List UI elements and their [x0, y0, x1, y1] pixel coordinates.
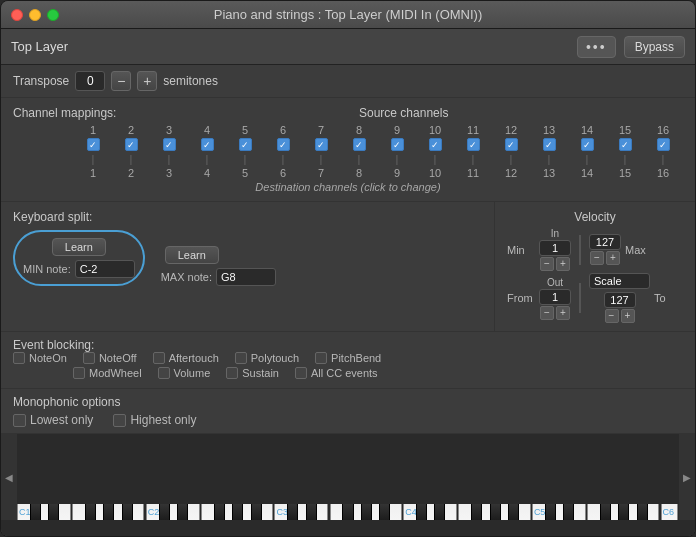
vel-in-min-minus[interactable]: −: [540, 257, 554, 271]
dest-ch-num-6: 6: [264, 167, 302, 179]
transpose-plus-button[interactable]: +: [137, 71, 157, 91]
vel-in-min-plus[interactable]: +: [556, 257, 570, 271]
keyboard-scroll-right-button[interactable]: ▶: [679, 434, 695, 520]
vel-out-to-plus[interactable]: +: [621, 309, 635, 323]
ch-cb-7[interactable]: [302, 138, 340, 151]
ch-cb-11[interactable]: [454, 138, 492, 151]
velocity-scale-select[interactable]: ScaleFixedCompress: [589, 273, 650, 289]
noteon-checkbox[interactable]: [13, 352, 25, 364]
ch-cb-14[interactable]: [568, 138, 606, 151]
dest-ch-num-9: 9: [378, 167, 416, 179]
black-key-15[interactable]: [416, 504, 427, 520]
pitchbend-checkbox[interactable]: [315, 352, 327, 364]
ch-cb-16[interactable]: [644, 138, 682, 151]
black-key-20[interactable]: [545, 504, 556, 520]
split-velocity-section: Keyboard split: Learn MIN note: C-2D-2C0…: [1, 202, 695, 332]
ch-cb-6[interactable]: [264, 138, 302, 151]
keyboard-wrapper: C1C2C3C4C5C6: [17, 434, 679, 520]
close-button[interactable]: [11, 9, 23, 21]
ch-num-15: 15: [606, 124, 644, 136]
ch-cb-2[interactable]: [112, 138, 150, 151]
line-6: |: [264, 153, 302, 165]
black-key-16[interactable]: [434, 504, 445, 520]
vel-out-from-plus[interactable]: +: [556, 306, 570, 320]
dest-ch-num-16: 16: [644, 167, 682, 179]
black-key-12[interactable]: [342, 504, 353, 520]
black-key-5[interactable]: [159, 504, 170, 520]
black-key-7[interactable]: [214, 504, 225, 520]
black-key-0[interactable]: [30, 504, 41, 520]
vel-out-to-minus[interactable]: −: [605, 309, 619, 323]
bypass-button[interactable]: Bypass: [624, 36, 685, 58]
min-note-select[interactable]: C-2D-2C0C1: [75, 260, 135, 278]
keyboard-scroll-left-button[interactable]: ◀: [1, 434, 17, 520]
ch-cb-5[interactable]: [226, 138, 264, 151]
black-key-17[interactable]: [471, 504, 482, 520]
line-14: |: [568, 153, 606, 165]
piano-keys[interactable]: [17, 434, 679, 504]
black-key-18[interactable]: [490, 504, 501, 520]
highest-only-checkbox[interactable]: [113, 414, 126, 427]
dest-ch-num-1: 1: [74, 167, 112, 179]
modwheel-checkbox[interactable]: [73, 367, 85, 379]
semitones-label: semitones: [163, 74, 218, 88]
ch-cb-13[interactable]: [530, 138, 568, 151]
min-learn-button[interactable]: Learn: [52, 238, 106, 256]
black-key-22[interactable]: [600, 504, 611, 520]
transpose-minus-button[interactable]: −: [111, 71, 131, 91]
vel-in-max-minus[interactable]: −: [590, 251, 604, 265]
minimize-button[interactable]: [29, 9, 41, 21]
allcc-checkbox[interactable]: [295, 367, 307, 379]
event-pitchbend: PitchBend: [315, 352, 381, 364]
sustain-checkbox[interactable]: [226, 367, 238, 379]
aftertouch-checkbox[interactable]: [153, 352, 165, 364]
maximize-button[interactable]: [47, 9, 59, 21]
aftertouch-label: Aftertouch: [169, 352, 219, 364]
noteoff-checkbox[interactable]: [83, 352, 95, 364]
black-key-4[interactable]: [122, 504, 133, 520]
black-key-1[interactable]: [48, 504, 59, 520]
black-key-21[interactable]: [563, 504, 574, 520]
black-key-24[interactable]: [637, 504, 648, 520]
black-key-6[interactable]: [177, 504, 188, 520]
volume-checkbox[interactable]: [158, 367, 170, 379]
channel-checkboxes: [14, 138, 682, 151]
black-key-8[interactable]: [232, 504, 243, 520]
ch-cb-3[interactable]: [150, 138, 188, 151]
velocity-min-label: Min: [507, 244, 535, 256]
event-blocking-section: Event blocking: NoteOn NoteOff Aftertouc…: [1, 332, 695, 389]
black-key-9[interactable]: [251, 504, 262, 520]
black-key-23[interactable]: [618, 504, 629, 520]
ch-cb-12[interactable]: [492, 138, 530, 151]
ch-num-11: 11: [454, 124, 492, 136]
velocity-from-label: From: [507, 292, 535, 304]
black-key-19[interactable]: [508, 504, 519, 520]
line-13: |: [530, 153, 568, 165]
allcc-label: All CC events: [311, 367, 378, 379]
mono-lowest: Lowest only: [13, 413, 93, 427]
black-key-14[interactable]: [379, 504, 390, 520]
ch-cb-8[interactable]: [340, 138, 378, 151]
ch-cb-4[interactable]: [188, 138, 226, 151]
black-key-2[interactable]: [85, 504, 96, 520]
ch-cb-9[interactable]: [378, 138, 416, 151]
polytouch-checkbox[interactable]: [235, 352, 247, 364]
black-key-13[interactable]: [361, 504, 372, 520]
channel-grid: 1 2 3 4 5 6 7 8 9 10 11 12 13 14 15 16: [13, 124, 683, 179]
vel-in-max-plus[interactable]: +: [606, 251, 620, 265]
max-learn-button[interactable]: Learn: [165, 246, 219, 264]
max-note-select[interactable]: G8F8C8: [216, 268, 276, 286]
ch-cb-15[interactable]: [606, 138, 644, 151]
lowest-only-checkbox[interactable]: [13, 414, 26, 427]
vel-out-from-minus[interactable]: −: [540, 306, 554, 320]
line-9: |: [378, 153, 416, 165]
dots-menu-button[interactable]: •••: [577, 36, 616, 58]
black-key-11[interactable]: [306, 504, 317, 520]
black-key-10[interactable]: [287, 504, 298, 520]
ch-cb-10[interactable]: [416, 138, 454, 151]
ch-cb-1[interactable]: [74, 138, 112, 151]
transpose-label: Transpose: [13, 74, 69, 88]
black-key-3[interactable]: [103, 504, 114, 520]
velocity-in-min-value: 1: [539, 240, 571, 256]
keyboard-container: ◀ ▶: [1, 434, 695, 536]
